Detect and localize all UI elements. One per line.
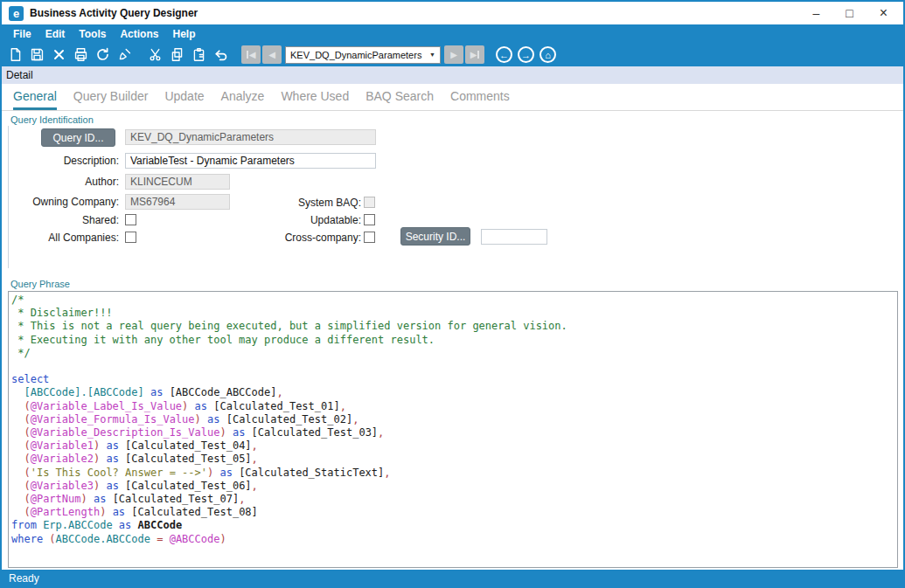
undo-icon[interactable]: [210, 45, 232, 65]
shared-label: Shared:: [9, 212, 119, 228]
owning-company-field[interactable]: [125, 194, 230, 210]
description-label: Description:: [9, 153, 119, 169]
title-bar: e Business Activity Query Designer – □ ×: [2, 2, 903, 24]
menu-edit[interactable]: Edit: [38, 28, 73, 40]
app-window: e Business Activity Query Designer – □ ×…: [0, 0, 905, 588]
next-record-button[interactable]: ▶: [444, 45, 463, 64]
updatable-label: Updatable:: [230, 212, 361, 228]
code-line: */: [11, 347, 897, 360]
tab-update[interactable]: Update: [164, 89, 204, 110]
system-baq-checkbox: [364, 197, 375, 208]
tab-analyze[interactable]: Analyze: [221, 89, 265, 110]
home-icon[interactable]: ⌂: [540, 46, 556, 63]
code-line: (@PartNum) as [Calculated_Test_07],: [11, 493, 897, 506]
query-phrase-editor[interactable]: /* * Disclaimer!!! * This is not a real …: [8, 291, 898, 568]
updatable-checkbox[interactable]: [364, 214, 375, 225]
code-line: (@Variable1) as [Calculated_Test_04],: [11, 439, 897, 453]
detail-label: Detail: [6, 69, 33, 81]
code-line: select: [11, 373, 897, 386]
tab-query-builder[interactable]: Query Builder: [73, 89, 149, 110]
copy-icon[interactable]: [166, 45, 188, 65]
code-line: (@PartLength) as [Calculated_Test_08]: [11, 506, 897, 519]
tab-baq-search[interactable]: BAQ Search: [365, 89, 434, 110]
tab-strip: GeneralQuery BuilderUpdateAnalyzeWhere U…: [2, 85, 903, 111]
query-phrase-group-label: Query Phrase: [10, 279, 903, 289]
forward-icon[interactable]: →: [518, 46, 534, 63]
print-icon[interactable]: [70, 45, 92, 65]
code-line: (@Variable3) as [Calculated_Test_06],: [11, 480, 897, 493]
author-label: Author:: [9, 174, 119, 190]
owning-company-label: Owning Company:: [9, 194, 119, 210]
back-icon[interactable]: ←: [496, 46, 512, 63]
shared-checkbox[interactable]: [125, 214, 136, 225]
window-controls: – □ ×: [812, 5, 898, 21]
first-record-button[interactable]: ◀: [241, 45, 261, 64]
status-bar: Ready: [2, 570, 903, 586]
code-line: * Disclaimer!!!: [11, 307, 897, 320]
toolbar: ◀ ◀ KEV_DQ_DynamicParameters ▼ ▶ ▶ ← → ⌂: [2, 43, 903, 66]
code-line: (@Variable_Description_Is_Value) as [Cal…: [11, 426, 897, 439]
close-icon[interactable]: ×: [880, 5, 888, 21]
minimize-icon[interactable]: –: [812, 6, 819, 20]
tab-general[interactable]: General: [13, 89, 57, 110]
clear-icon[interactable]: [114, 45, 136, 65]
save-icon[interactable]: [26, 45, 48, 65]
last-record-button[interactable]: ▶: [465, 45, 484, 64]
cross-company-checkbox[interactable]: [364, 232, 375, 243]
code-line: where (ABCCode.ABCCode = @ABCCode): [11, 533, 897, 546]
menu-bar: FileEditToolsActionsHelp: [2, 24, 903, 43]
paste-icon[interactable]: [188, 45, 210, 65]
code-line: * Executing it with any other tool may p…: [11, 334, 897, 347]
tab-comments[interactable]: Comments: [450, 89, 510, 110]
tab-where-used[interactable]: Where Used: [281, 89, 349, 110]
code-line: * This is not a real query being execute…: [11, 320, 897, 333]
all-companies-checkbox[interactable]: [125, 232, 136, 243]
menu-tools[interactable]: Tools: [72, 28, 113, 40]
description-field[interactable]: [125, 153, 376, 169]
cross-company-label: Cross-company:: [230, 230, 361, 246]
record-selector-value: KEV_DQ_DynamicParameters: [290, 50, 421, 60]
app-logo-icon: e: [9, 6, 24, 21]
menu-actions[interactable]: Actions: [113, 28, 165, 40]
query-id-button[interactable]: Query ID...: [41, 128, 115, 147]
new-icon[interactable]: [4, 45, 26, 65]
window-title: Business Activity Query Designer: [30, 7, 198, 19]
code-line: (@Variable_Formula_Is_Value) as [Calcula…: [11, 413, 897, 426]
menu-help[interactable]: Help: [165, 28, 202, 40]
status-text: Ready: [9, 572, 39, 585]
code-line: (@Variable_Label_Is_Value) as [Calculate…: [11, 400, 897, 413]
query-id-field[interactable]: [125, 129, 376, 145]
menu-file[interactable]: File: [6, 28, 38, 40]
record-selector-combo[interactable]: KEV_DQ_DynamicParameters ▼: [285, 46, 441, 64]
first-record-bar: [247, 51, 248, 59]
query-identification-group: Query ID... Description: Author: Owning …: [8, 126, 903, 268]
code-line: [ABCCode].[ABCCode] as [ABCCode_ABCCode]…: [11, 386, 897, 399]
detail-bar: Detail: [2, 66, 903, 85]
code-line: [11, 360, 897, 373]
previous-record-button[interactable]: ◀: [262, 45, 282, 64]
code-line: from Erp.ABCCode as ABCCode: [11, 519, 897, 532]
cut-icon[interactable]: [144, 45, 166, 65]
content-area: Query Identification Query ID... Descrip…: [2, 111, 903, 570]
code-line: /*: [11, 294, 897, 307]
all-companies-label: All Companies:: [9, 230, 119, 246]
code-line: (@Variable2) as [Calculated_Test_05],: [11, 453, 897, 466]
refresh-icon[interactable]: [92, 45, 114, 65]
code-line: ('Is This Cool? Answer = -->') as [Calcu…: [11, 467, 897, 480]
chevron-down-icon[interactable]: ▼: [429, 52, 435, 58]
maximize-icon[interactable]: □: [846, 6, 853, 20]
security-id-field[interactable]: [481, 229, 547, 245]
system-baq-label: System BAQ:: [230, 195, 361, 211]
query-identification-group-label: Query Identification: [10, 114, 903, 125]
author-field[interactable]: [125, 174, 230, 190]
delete-icon[interactable]: [48, 45, 70, 65]
security-id-button[interactable]: Security ID...: [400, 227, 470, 246]
last-record-bar: [477, 51, 479, 59]
